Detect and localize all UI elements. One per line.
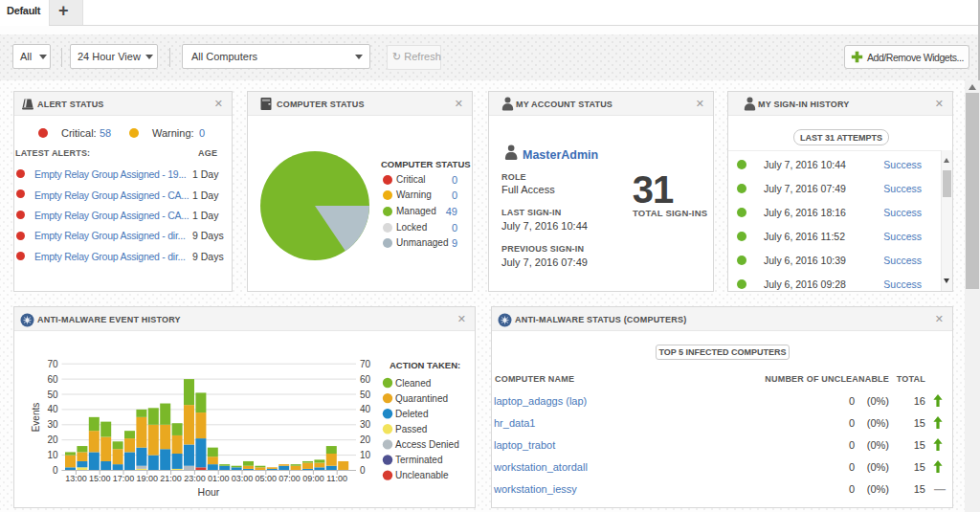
svg-text:01:00: 01:00 bbox=[208, 474, 230, 483]
svg-text:23:00: 23:00 bbox=[184, 474, 206, 483]
svg-text:21:00: 21:00 bbox=[160, 474, 182, 483]
svg-text:70: 70 bbox=[360, 359, 371, 369]
svg-text:19:00: 19:00 bbox=[137, 474, 159, 483]
svg-text:Terminated: Terminated bbox=[395, 455, 442, 465]
svg-text:30: 30 bbox=[47, 419, 58, 430]
svg-text:09:00: 09:00 bbox=[302, 474, 324, 483]
svg-text:Access Denied: Access Denied bbox=[395, 439, 459, 450]
svg-text:17:00: 17:00 bbox=[113, 474, 135, 483]
svg-text:60: 60 bbox=[47, 374, 58, 385]
svg-text:40: 40 bbox=[47, 404, 58, 414]
svg-text:70: 70 bbox=[47, 359, 58, 369]
svg-text:15:00: 15:00 bbox=[89, 474, 111, 483]
svg-text:50: 50 bbox=[47, 390, 58, 400]
svg-text:03:00: 03:00 bbox=[232, 474, 254, 483]
svg-text:20: 20 bbox=[47, 434, 58, 445]
svg-text:Deleted: Deleted bbox=[395, 409, 428, 419]
svg-text:Cleaned: Cleaned bbox=[395, 378, 431, 389]
svg-text:60: 60 bbox=[360, 374, 371, 385]
svg-text:40: 40 bbox=[360, 404, 371, 414]
svg-text:Events: Events bbox=[31, 403, 41, 433]
svg-text:Passed: Passed bbox=[395, 424, 427, 434]
svg-text:10: 10 bbox=[360, 450, 371, 460]
svg-text:05:00: 05:00 bbox=[256, 474, 278, 483]
svg-text:Hour: Hour bbox=[198, 486, 220, 498]
svg-text:Uncleanable: Uncleanable bbox=[395, 470, 449, 480]
svg-text:10: 10 bbox=[47, 450, 58, 460]
svg-text:Quarantined: Quarantined bbox=[395, 393, 448, 404]
svg-text:30: 30 bbox=[360, 419, 371, 430]
svg-text:50: 50 bbox=[360, 390, 371, 400]
svg-text:ACTION TAKEN:: ACTION TAKEN: bbox=[390, 360, 460, 370]
svg-text:07:00: 07:00 bbox=[278, 474, 301, 483]
svg-text:0: 0 bbox=[360, 465, 366, 476]
svg-text:13:00: 13:00 bbox=[65, 474, 87, 483]
svg-text:11:00: 11:00 bbox=[326, 474, 347, 483]
svg-text:0: 0 bbox=[53, 465, 58, 476]
svg-text:20: 20 bbox=[360, 434, 371, 445]
